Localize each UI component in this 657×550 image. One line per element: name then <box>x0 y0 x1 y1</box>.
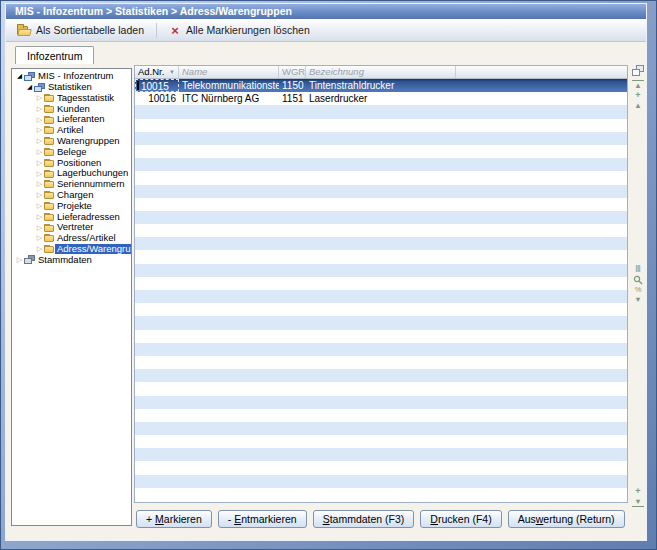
scroll-bottom-icon[interactable]: ▼ <box>632 497 644 507</box>
cell-bezeichnung[interactable]: Tintenstrahldrucker <box>306 79 456 92</box>
tree-item-adress-warengruppen[interactable]: ▷Adress/Warengruppen <box>12 244 131 255</box>
cell-adnr[interactable]: 10016 <box>135 92 179 105</box>
empty-row <box>135 224 627 237</box>
expand-icon[interactable]: ▷ <box>35 104 44 114</box>
stammdaten-button[interactable]: Stammdaten (F3) <box>313 510 415 528</box>
tree-item-belege[interactable]: ▷Belege <box>12 147 131 158</box>
tree-item-projekte[interactable]: ▷Projekte <box>12 201 131 212</box>
sort-desc-icon[interactable]: ▼ <box>169 69 175 75</box>
folder-icon <box>44 234 54 242</box>
folder-icon <box>44 224 54 232</box>
tree-item-stammdaten[interactable]: ▷Stammdaten <box>12 255 131 266</box>
load-sort-table-label: Als Sortiertabelle laden <box>36 24 144 36</box>
mark-button[interactable]: + Markieren <box>136 510 212 528</box>
tree-item-label: Statistiken <box>46 82 95 93</box>
expand-icon[interactable]: ▷ <box>35 223 44 233</box>
empty-row <box>135 277 627 290</box>
table-row[interactable]: 10016ITC Nürnberg AG1151Laserdrucker <box>135 92 627 105</box>
expand-icon[interactable]: ▷ <box>35 190 44 200</box>
strip-group-top: ▲+▲ <box>631 65 645 110</box>
column-header-label: Bezeichnung <box>309 66 364 77</box>
tree-item-label: Warengruppen <box>55 136 123 147</box>
column-header-ad-nr[interactable]: Ad.Nr.▼ <box>135 66 179 78</box>
expand-icon[interactable]: ▷ <box>35 125 44 135</box>
expand-icon[interactable]: ▷ <box>35 136 44 146</box>
load-sort-table-button[interactable]: Als Sortiertabelle laden <box>10 22 151 38</box>
tree-item-statistiken[interactable]: ◢Statistiken <box>12 82 131 93</box>
system-icon <box>34 83 45 92</box>
cell-value: 10016 <box>148 93 176 104</box>
expand-icon[interactable]: ▷ <box>35 233 44 243</box>
scroll-top-icon[interactable]: ▲ <box>632 80 644 90</box>
clear-marks-button[interactable]: × Alle Markierungen löschen <box>162 22 317 38</box>
folder-icon <box>44 170 54 178</box>
expand-icon[interactable]: ▷ <box>35 244 44 254</box>
column-chooser-icon[interactable] <box>632 65 644 76</box>
toolbar-separator <box>156 23 157 38</box>
cell-value: Tintenstrahldrucker <box>309 80 394 91</box>
empty-row <box>135 185 627 198</box>
page-up-icon[interactable]: ▲ <box>632 101 644 110</box>
button-label-post: ertung (Return) <box>543 513 614 525</box>
auswertung-button[interactable]: Auswertung (Return) <box>508 510 625 528</box>
tab-strip: Infozentrum <box>6 42 646 64</box>
empty-row <box>135 145 627 158</box>
navigation-tree: ◢MIS - Infozentrum◢Statistiken▷Tagesstat… <box>11 68 132 526</box>
table-row[interactable]: 10015Telekommunikationste1150Tintenstrah… <box>135 79 627 92</box>
data-grid: Ad.Nr.▼NameWGRBezeichnung 10015Telekommu… <box>134 65 628 503</box>
expand-icon[interactable]: ▷ <box>35 169 44 179</box>
tree-item-chargen[interactable]: ▷Chargen <box>12 190 131 201</box>
expand-icon[interactable]: ▷ <box>35 201 44 211</box>
empty-row <box>135 422 627 435</box>
collapse-icon[interactable]: ◢ <box>25 82 34 92</box>
expand-icon[interactable]: ▷ <box>35 158 44 168</box>
column-header-bezeichnung[interactable]: Bezeichnung <box>306 66 456 78</box>
column-header-empty[interactable] <box>456 66 627 78</box>
cell-name[interactable]: Telekommunikationste <box>179 79 279 92</box>
expand-icon[interactable]: ▷ <box>35 115 44 125</box>
print-button[interactable]: Drucken (F4) <box>420 510 501 528</box>
empty-row <box>135 382 627 395</box>
column-header-name[interactable]: Name <box>179 66 279 78</box>
empty-row <box>135 303 627 316</box>
freeze-columns-icon[interactable]: Ⅲ <box>632 265 644 274</box>
open-folder-icon <box>17 25 31 36</box>
tree-item-tagesstatistik[interactable]: ▷Tagesstatistik <box>12 93 131 104</box>
folder-icon <box>44 213 54 221</box>
cell-empty <box>456 79 627 92</box>
unmark-button[interactable]: - Entmarkieren <box>218 510 307 528</box>
empty-row <box>135 369 627 382</box>
expand-icon[interactable]: ▷ <box>35 93 44 103</box>
empty-row <box>135 488 627 501</box>
cell-name[interactable]: ITC Nürnberg AG <box>179 92 279 105</box>
expand-icon[interactable]: ▷ <box>35 147 44 157</box>
column-header-wgr[interactable]: WGR <box>279 66 306 78</box>
search-icon[interactable] <box>632 275 644 284</box>
cell-adnr[interactable]: 10015 <box>135 79 179 92</box>
collapse-icon[interactable]: ◢ <box>15 71 24 81</box>
title-bar: MIS - Infozentrum > Statistiken > Adress… <box>6 4 646 19</box>
toolbar: Als Sortiertabelle laden × Alle Markieru… <box>6 19 646 42</box>
folder-icon <box>44 137 54 145</box>
status-bar <box>6 530 646 540</box>
button-label-post: tammdaten (F3) <box>330 513 405 525</box>
tab-infozentrum[interactable]: Infozentrum <box>15 46 94 64</box>
expand-icon[interactable]: ▷ <box>35 212 44 222</box>
edit-caret <box>137 81 139 90</box>
grid-body: 10015Telekommunikationste1150Tintenstrah… <box>135 79 627 501</box>
filter-icon[interactable]: ▼ <box>632 295 644 304</box>
percent-icon[interactable]: % <box>632 285 644 294</box>
cell-bezeichnung[interactable]: Laserdrucker <box>306 92 456 105</box>
expand-icon[interactable]: ▷ <box>15 255 24 265</box>
empty-row <box>135 343 627 356</box>
folder-icon <box>44 202 54 210</box>
tree-item-warengruppen[interactable]: ▷Warengruppen <box>12 136 131 147</box>
expand-icon[interactable]: ▷ <box>35 179 44 189</box>
button-label-pre: Aus <box>518 513 536 525</box>
jump-up-icon[interactable]: + <box>632 91 644 100</box>
jump-down-icon[interactable]: + <box>632 487 644 496</box>
clear-marks-label: Alle Markierungen löschen <box>186 24 310 36</box>
cell-value: 1151 <box>282 93 304 104</box>
cell-wgr[interactable]: 1151 <box>279 92 306 105</box>
cell-wgr[interactable]: 1150 <box>279 79 306 92</box>
